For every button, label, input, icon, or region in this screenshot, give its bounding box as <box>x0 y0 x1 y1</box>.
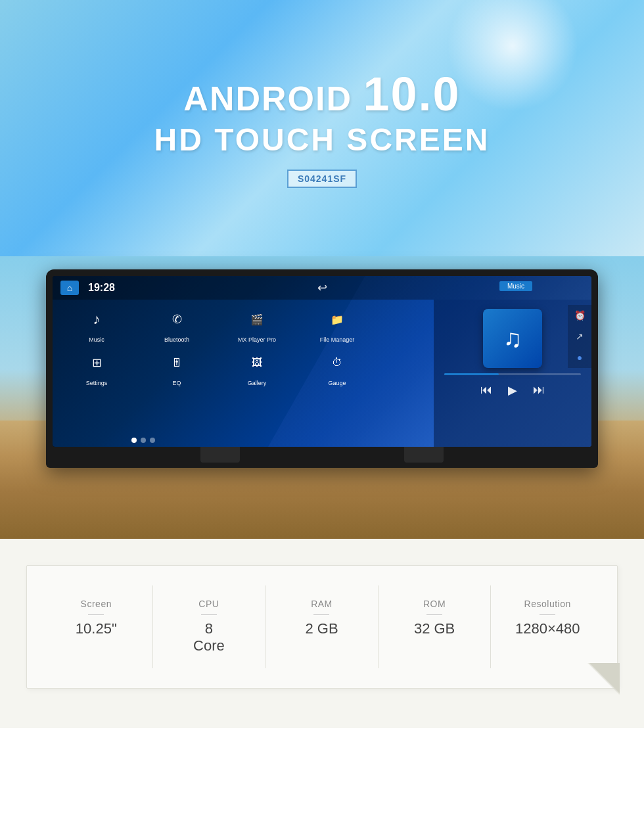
route-icon[interactable]: ↗ <box>572 331 587 342</box>
music-album-art: ♫ <box>483 309 542 368</box>
spec-resolution-divider <box>540 614 555 615</box>
back-button[interactable]: ↩ <box>317 281 327 295</box>
music-controls: ⏮ ▶ ⏭ <box>434 383 591 398</box>
spec-cpu-label: CPU <box>198 599 219 609</box>
spec-cpu: CPU 8Core <box>153 585 266 668</box>
app-settings-label: Settings <box>86 380 108 386</box>
monitor-stand <box>53 447 591 463</box>
media-icon[interactable]: ● <box>572 352 587 363</box>
play-button[interactable]: ▶ <box>508 383 517 398</box>
prev-button[interactable]: ⏮ <box>480 383 492 398</box>
hero-title-screen: HD TOUCH SCREEN <box>154 123 490 158</box>
app-music-label: Music <box>89 336 104 343</box>
app-eq-label: EQ <box>172 380 181 386</box>
monitor-screen: ⌂ 19:28 ↩ Music ♪ Music ✆ <box>53 276 591 447</box>
app-gauge[interactable]: ⏱ Gauge <box>300 348 375 386</box>
app-gallery[interactable]: 🖼 Gallery <box>219 348 294 386</box>
screen-topbar: ⌂ 19:28 ↩ Music <box>53 276 591 300</box>
music-progress-bar[interactable] <box>444 373 581 375</box>
app-mxplayer[interactable]: 🎬 MX Player Pro <box>219 305 294 343</box>
spec-resolution-label: Resolution <box>524 599 571 609</box>
eq-icon: 🎚 <box>162 348 191 377</box>
model-badge: S04241SF <box>287 170 357 188</box>
time-display: 19:28 <box>88 282 115 294</box>
app-bluetooth-label: Bluetooth <box>164 336 189 343</box>
page-dots <box>131 438 155 443</box>
bluetooth-icon: ✆ <box>162 305 191 334</box>
monitor-foot-right <box>404 447 444 463</box>
device-section: ⌂ 19:28 ↩ Music ♪ Music ✆ <box>0 256 644 539</box>
specs-grid: Screen 10.25" CPU 8Core RAM 2 GB ROM 32 … <box>40 585 604 668</box>
spec-ram-divider <box>313 614 329 615</box>
spec-cpu-divider <box>201 614 217 615</box>
spec-rom-label: ROM <box>423 599 446 609</box>
home-button[interactable]: ⌂ <box>60 281 79 295</box>
specs-paper: Screen 10.25" CPU 8Core RAM 2 GB ROM 32 … <box>26 565 618 689</box>
app-mxplayer-label: MX Player Pro <box>238 336 276 343</box>
app-filemanager[interactable]: 📁 File Manager <box>300 305 375 343</box>
spec-screen-value: 10.25" <box>76 620 117 637</box>
app-eq[interactable]: 🎚 EQ <box>139 348 214 386</box>
hero-title-android: ANDROID 10.0 <box>154 68 490 120</box>
monitor: ⌂ 19:28 ↩ Music ♪ Music ✆ <box>46 269 598 468</box>
spec-screen-label: Screen <box>81 599 112 609</box>
app-filemanager-label: File Manager <box>320 336 355 343</box>
spec-resolution-value: 1280×480 <box>515 620 580 637</box>
filemanager-icon: 📁 <box>323 305 352 334</box>
hero-title: ANDROID 10.0 HD TOUCH SCREEN <box>154 68 490 158</box>
app-grid: ♪ Music ✆ Bluetooth 🎬 MX Player Pro � <box>59 305 375 386</box>
mxplayer-icon: 🎬 <box>242 305 271 334</box>
app-bluetooth[interactable]: ✆ Bluetooth <box>139 305 214 343</box>
spec-ram-value: 2 GB <box>305 620 338 637</box>
clock-icon[interactable]: ⏰ <box>572 310 587 321</box>
app-gallery-label: Gallery <box>248 380 267 386</box>
spec-ram: RAM 2 GB <box>265 585 379 668</box>
gallery-icon: 🖼 <box>242 348 271 377</box>
next-button[interactable]: ⏭ <box>533 383 545 398</box>
music-icon: ♪ <box>82 305 111 334</box>
hero-section: ANDROID 10.0 HD TOUCH SCREEN S04241SF <box>0 0 644 256</box>
spec-screen: Screen 10.25" <box>40 585 153 668</box>
screen-content: ⌂ 19:28 ↩ Music ♪ Music ✆ <box>53 276 591 447</box>
spec-rom-divider <box>426 614 442 615</box>
gauge-icon: ⏱ <box>323 348 352 377</box>
music-progress-fill <box>444 373 499 375</box>
monitor-foot-left <box>200 447 240 463</box>
spec-rom-value: 32 GB <box>414 620 455 637</box>
app-settings[interactable]: ⊞ Settings <box>59 348 134 386</box>
app-music[interactable]: ♪ Music <box>59 305 134 343</box>
spec-rom: ROM 32 GB <box>379 585 492 668</box>
dot-1[interactable] <box>131 438 137 443</box>
settings-icon: ⊞ <box>82 348 111 377</box>
specs-section: Screen 10.25" CPU 8Core RAM 2 GB ROM 32 … <box>0 539 644 728</box>
dot-3[interactable] <box>150 438 155 443</box>
app-gauge-label: Gauge <box>328 380 346 386</box>
music-tab-label[interactable]: Music <box>499 281 532 291</box>
spec-screen-divider <box>88 614 104 615</box>
spec-cpu-value: 8Core <box>193 620 225 655</box>
dot-2[interactable] <box>141 438 146 443</box>
spec-resolution: Resolution 1280×480 <box>491 585 604 668</box>
sidebar-icons: ⏰ ↗ ● <box>568 305 591 368</box>
spec-ram-label: RAM <box>311 599 333 609</box>
